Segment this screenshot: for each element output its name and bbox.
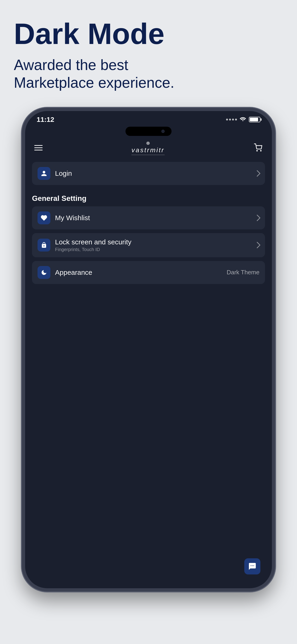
svg-point-1 [260,150,261,151]
status-icons [226,116,260,123]
lock-screen-chevron-icon [254,242,260,248]
lock-icon-bg [38,238,50,252]
heart-icon [41,215,47,221]
dynamic-island [126,127,172,136]
wifi-icon [240,116,246,123]
login-chevron-icon [254,170,260,177]
hamburger-menu-icon[interactable] [34,145,42,150]
lock-screen-menu-item[interactable]: Lock screen and security Fingerprints, T… [32,233,265,257]
login-menu-item[interactable]: Login [32,162,265,185]
cart-icon[interactable] [254,143,263,152]
general-setting-header: General Setting [25,192,272,206]
login-section: Login [25,162,272,185]
appearance-value: Dark Theme [226,269,260,276]
hero-subtitle: Awarded the best Marketplace experience. [14,56,174,92]
lock-screen-sublabel: Fingerprints, Touch ID [55,247,255,252]
lock-icon [41,242,47,248]
wishlist-menu-item[interactable]: My Wishlist [32,206,265,230]
logo-text: vastrmitr [132,146,164,155]
appearance-label: Appearance [55,268,226,276]
app-logo: ☸ vastrmitr [132,140,164,155]
signal-icon [226,118,237,120]
login-icon-bg [38,167,50,180]
chat-icon [248,562,256,570]
appearance-menu-item[interactable]: Appearance Dark Theme [32,261,265,284]
user-icon [41,170,47,177]
settings-section: My Wishlist Lock screen and security Fin… [25,206,272,284]
appearance-icon-bg [38,266,50,279]
logo-ornament: ☸ [132,140,164,146]
wishlist-label: My Wishlist [55,214,255,222]
phone-mockup: 11:12 [22,108,275,592]
wishlist-chevron-icon [254,215,260,221]
wishlist-icon-bg [38,212,50,224]
camera-dot [162,130,164,133]
hero-title: Dark Mode [14,18,164,49]
lock-screen-label: Lock screen and security [55,238,255,246]
battery-icon [249,117,260,122]
svg-point-0 [257,150,258,151]
status-bar: 11:12 [25,111,272,126]
login-label: Login [55,170,255,177]
moon-icon [41,269,47,276]
status-time: 11:12 [36,116,54,124]
chat-fab-button[interactable] [244,558,260,574]
app-header: ☸ vastrmitr [25,136,272,160]
